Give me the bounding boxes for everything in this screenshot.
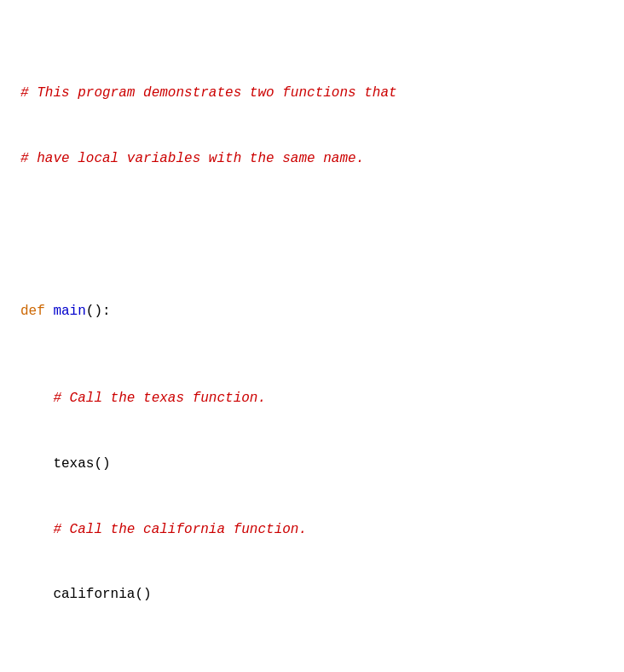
line-7: # Call the california function. [20, 519, 604, 542]
keyword-def-main: def [20, 304, 53, 319]
code-display: # This program demonstrates two function… [20, 17, 604, 672]
plain-main-parens: (): [86, 304, 111, 319]
line-8: california() [20, 584, 604, 606]
line-6: texas() [20, 454, 604, 476]
line-3 [20, 213, 604, 235]
line-2: # have local variables with the same nam… [20, 148, 604, 171]
function-name-main: main [53, 304, 85, 319]
line-4: def main(): [20, 301, 604, 323]
line-1: # This program demonstrates two function… [20, 83, 604, 105]
line-5: # Call the texas function. [20, 388, 604, 410]
